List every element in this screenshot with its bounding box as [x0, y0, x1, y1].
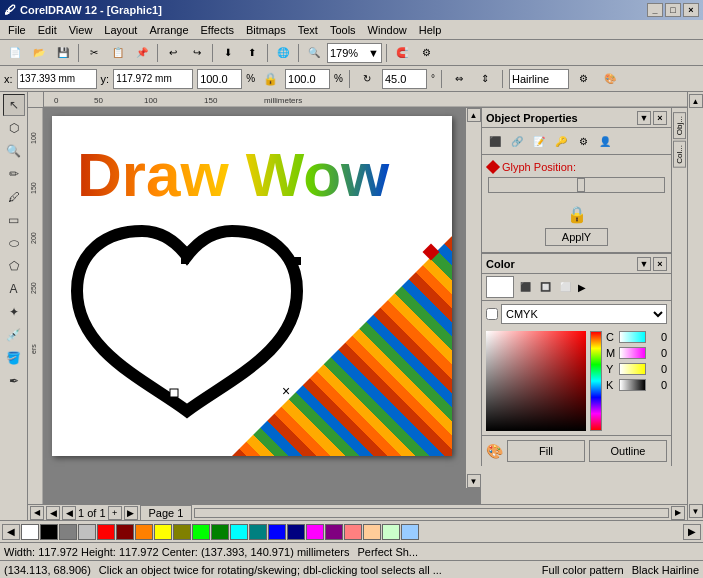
zoom-in-button[interactable]: 🔍	[303, 42, 325, 64]
palette-color-peach[interactable]	[363, 524, 381, 540]
open-button[interactable]: 📂	[28, 42, 50, 64]
fill-color-indicator[interactable]: 🎨	[486, 443, 503, 459]
copy-button[interactable]: 📋	[107, 42, 129, 64]
outline-settings-btn[interactable]: ⚙	[573, 68, 595, 90]
close-button[interactable]: ×	[683, 3, 699, 17]
new-button[interactable]: 📄	[4, 42, 26, 64]
palette-color-olive[interactable]	[173, 524, 191, 540]
palette-color-cyan[interactable]	[230, 524, 248, 540]
palette-color-orange[interactable]	[135, 524, 153, 540]
shape-tool[interactable]: ⬡	[3, 117, 25, 139]
obj-props-tab5[interactable]: ⚙	[573, 131, 593, 151]
palette-color-gray[interactable]	[59, 524, 77, 540]
color-panel-close[interactable]: ×	[653, 257, 667, 271]
add-page-btn[interactable]: +	[108, 506, 122, 520]
mirror-h-btn[interactable]: ⇔	[448, 68, 470, 90]
zoom-box[interactable]: 179% ▼	[327, 43, 382, 63]
rotate-btn[interactable]: ↻	[356, 68, 378, 90]
palette-color-silver[interactable]	[78, 524, 96, 540]
palette-scroll-right[interactable]: ▶	[683, 524, 701, 540]
palette-color-pink[interactable]	[344, 524, 362, 540]
mirror-v-btn[interactable]: ⇕	[474, 68, 496, 90]
panel-close-btn[interactable]: ×	[653, 111, 667, 125]
palette-color-magenta[interactable]	[306, 524, 324, 540]
select-tool[interactable]: ↖	[3, 94, 25, 116]
menu-tools[interactable]: Tools	[324, 22, 362, 38]
menu-file[interactable]: File	[2, 22, 32, 38]
outline-color-btn[interactable]: 🎨	[599, 68, 621, 90]
palette-color-yellow[interactable]	[154, 524, 172, 540]
polygon-tool[interactable]: ⬠	[3, 255, 25, 277]
color-options-1[interactable]: ⬛	[516, 278, 534, 296]
cut-button[interactable]: ✂	[83, 42, 105, 64]
glyph-slider-thumb[interactable]	[577, 178, 585, 192]
save-button[interactable]: 💾	[52, 42, 74, 64]
palette-color-teal[interactable]	[249, 524, 267, 540]
h-scrollbar-track[interactable]	[194, 508, 669, 518]
canvas-container[interactable]: Draw Wow ×	[44, 108, 481, 504]
options-button[interactable]: ⚙	[415, 42, 437, 64]
outline-input[interactable]: Hairline	[509, 69, 569, 89]
export-button[interactable]: ⬆	[241, 42, 263, 64]
minimize-button[interactable]: _	[647, 3, 663, 17]
menu-text[interactable]: Text	[292, 22, 324, 38]
obj-props-tab3[interactable]: 📝	[529, 131, 549, 151]
color-picker-square[interactable]	[486, 331, 586, 431]
x-input[interactable]: 137.393 mm	[17, 69, 97, 89]
publish-button[interactable]: 🌐	[272, 42, 294, 64]
h-input[interactable]: 100.0	[285, 69, 330, 89]
k-slider[interactable]	[619, 379, 646, 391]
outline-button[interactable]: Outline	[589, 440, 667, 462]
freehand-tool[interactable]: ✏	[3, 163, 25, 185]
palette-scroll-left[interactable]: ◀	[2, 524, 20, 540]
smart-draw-tool[interactable]: 🖊	[3, 186, 25, 208]
scroll-up-btn[interactable]: ▲	[467, 108, 481, 122]
interactive-tool[interactable]: ✦	[3, 301, 25, 323]
scrollbar-v[interactable]: ▲ ▼	[465, 108, 481, 488]
color-white-swatch[interactable]	[486, 276, 514, 298]
panel-float-btn[interactable]: ▼	[637, 111, 651, 125]
palette-color-red[interactable]	[97, 524, 115, 540]
color-expand-arrow[interactable]: ▶	[576, 282, 588, 293]
color-options-2[interactable]: 🔲	[536, 278, 554, 296]
maximize-button[interactable]: □	[665, 3, 681, 17]
side-tab-obj[interactable]: Obj...	[673, 112, 686, 139]
zoom-tool[interactable]: 🔍	[3, 140, 25, 162]
palette-color-navy[interactable]	[287, 524, 305, 540]
far-right-btn-1[interactable]: ▲	[689, 94, 703, 108]
page-tab[interactable]: Page 1	[140, 505, 193, 521]
first-page-btn[interactable]: ◀	[62, 506, 76, 520]
glyph-slider[interactable]	[488, 177, 665, 193]
menu-arrange[interactable]: Arrange	[143, 22, 194, 38]
obj-props-tab2[interactable]: 🔗	[507, 131, 527, 151]
import-button[interactable]: ⬇	[217, 42, 239, 64]
palette-color-blue[interactable]	[268, 524, 286, 540]
angle-input[interactable]: 45.0	[382, 69, 427, 89]
undo-button[interactable]: ↩	[162, 42, 184, 64]
obj-props-tab1[interactable]: ⬛	[485, 131, 505, 151]
side-tab-col[interactable]: Col...	[673, 141, 686, 168]
c-slider[interactable]	[619, 331, 646, 343]
palette-color-black[interactable]	[40, 524, 58, 540]
fill-tool[interactable]: 🪣	[3, 347, 25, 369]
menu-layout[interactable]: Layout	[98, 22, 143, 38]
prev-page-btn[interactable]: ◀	[46, 506, 60, 520]
color-checkbox[interactable]	[486, 308, 498, 320]
menu-window[interactable]: Window	[362, 22, 413, 38]
palette-color-white[interactable]	[21, 524, 39, 540]
text-tool[interactable]: A	[3, 278, 25, 300]
zoom-dropdown-icon[interactable]: ▼	[368, 47, 379, 59]
menu-bitmaps[interactable]: Bitmaps	[240, 22, 292, 38]
next-page-btn[interactable]: ▶	[124, 506, 138, 520]
apply-button[interactable]: ApplY	[545, 228, 608, 246]
fill-button[interactable]: Fill	[507, 440, 585, 462]
palette-color-lightgreen[interactable]	[382, 524, 400, 540]
outline-tool[interactable]: ✒	[3, 370, 25, 392]
palette-color-green[interactable]	[211, 524, 229, 540]
y-input[interactable]: 117.972 mm	[113, 69, 193, 89]
scroll-down-btn[interactable]: ▼	[467, 474, 481, 488]
obj-props-tab6[interactable]: 👤	[595, 131, 615, 151]
scroll-right-btn[interactable]: ▶	[671, 506, 685, 520]
far-right-btn-2[interactable]: ▼	[689, 504, 703, 518]
palette-color-lightblue[interactable]	[401, 524, 419, 540]
